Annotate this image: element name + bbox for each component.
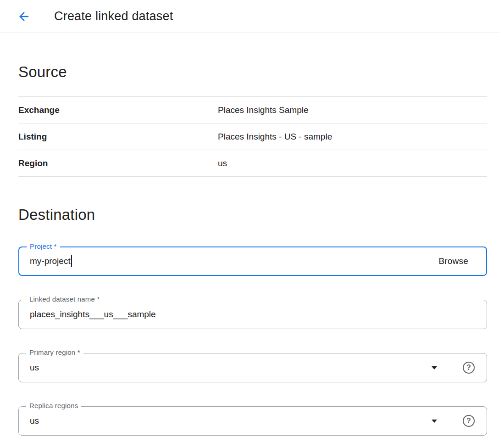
- row-value: Places Insights Sample: [218, 105, 309, 115]
- project-field-label: Project *: [27, 242, 60, 250]
- main-content: Source Exchange Places Insights Sample L…: [0, 63, 499, 448]
- chevron-down-icon: [432, 366, 437, 370]
- help-icon[interactable]: ?: [463, 415, 475, 427]
- primary-region-label: Primary region *: [26, 348, 83, 356]
- source-heading: Source: [18, 63, 487, 81]
- row-label: Listing: [18, 132, 218, 142]
- primary-region-value: us: [30, 363, 39, 373]
- page-header: Create linked dataset: [0, 0, 499, 33]
- project-field[interactable]: Project * my-project Browse: [18, 246, 487, 276]
- page-title: Create linked dataset: [54, 9, 173, 23]
- chevron-down-icon: [432, 420, 437, 423]
- row-label: Region: [18, 158, 218, 168]
- replica-regions-value: us: [30, 416, 39, 426]
- replica-regions-label: Replica regions: [26, 402, 81, 409]
- arrow-left-icon: [17, 10, 31, 23]
- table-row-region: Region us: [18, 150, 487, 177]
- text-cursor: [71, 255, 72, 267]
- replica-regions-select[interactable]: Replica regions us ?: [18, 406, 487, 436]
- browse-button[interactable]: Browse: [438, 256, 475, 266]
- row-label: Exchange: [18, 105, 218, 115]
- linked-dataset-name-field[interactable]: Linked dataset name * places_insights___…: [18, 300, 487, 329]
- source-info-table: Exchange Places Insights Sample Listing …: [18, 96, 487, 177]
- table-row-exchange: Exchange Places Insights Sample: [18, 97, 487, 123]
- table-row-listing: Listing Places Insights - US - sample: [18, 123, 487, 150]
- destination-heading: Destination: [18, 206, 487, 224]
- row-value: Places Insights - US - sample: [218, 132, 332, 142]
- back-button[interactable]: [15, 7, 33, 26]
- help-icon[interactable]: ?: [463, 362, 475, 374]
- linked-dataset-name-label: Linked dataset name *: [26, 295, 103, 303]
- row-value: us: [218, 158, 227, 168]
- project-input[interactable]: my-project: [30, 256, 71, 266]
- linked-dataset-name-input[interactable]: places_insights___us___sample: [30, 309, 156, 319]
- primary-region-select[interactable]: Primary region * us ?: [18, 353, 487, 382]
